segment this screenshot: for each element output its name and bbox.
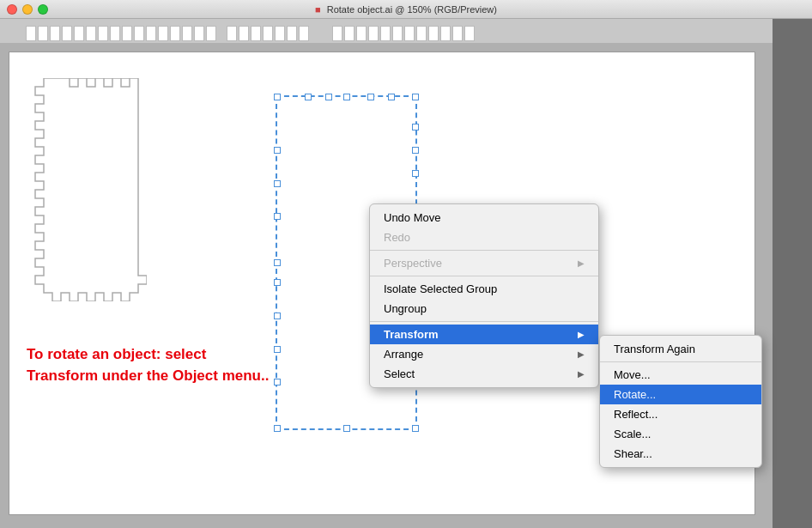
close-button[interactable] [7, 4, 17, 15]
menu-item-isolate[interactable]: Isolate Selected Group [370, 279, 598, 299]
menu-item-select[interactable]: Select ▶ [370, 364, 598, 384]
window-title: ■ Rotate object.ai @ 150% (RGB/Preview) [315, 4, 497, 15]
handle-bottom-right[interactable] [412, 425, 419, 432]
handle-bottom-left[interactable] [274, 425, 281, 432]
context-menu[interactable]: Undo Move Redo Perspective ▶ Isolate Sel… [369, 203, 599, 388]
handle-mid-left[interactable] [274, 259, 281, 266]
menu-item-arrange[interactable]: Arrange ▶ [370, 344, 598, 364]
titlebar: ■ Rotate object.ai @ 150% (RGB/Preview) [0, 0, 812, 19]
path-handle-3 [274, 213, 281, 220]
menu-item-transform[interactable]: Transform ▶ [370, 325, 598, 344]
path-handle-2 [274, 180, 281, 187]
separator-2 [370, 276, 598, 276]
jagged-shape-container [27, 78, 147, 301]
handle-bottom-center[interactable] [343, 425, 350, 432]
path-handle-9 [412, 147, 419, 154]
select-arrow: ▶ [578, 369, 585, 379]
menu-item-perspective[interactable]: Perspective ▶ [370, 253, 598, 273]
submenu-item-move[interactable]: Move... [600, 365, 761, 385]
window-buttons [7, 4, 48, 15]
handle-top-right[interactable] [412, 94, 419, 100]
menu-item-redo[interactable]: Redo [370, 228, 598, 247]
top-ruler [0, 19, 773, 43]
submenu-item-transform-again[interactable]: Transform Again [600, 339, 761, 359]
submenu-item-scale[interactable]: Scale... [600, 424, 761, 444]
separator-1 [370, 250, 598, 251]
path-handle-13 [367, 94, 374, 100]
submenu-item-shear[interactable]: Shear... [600, 444, 761, 464]
path-handle-14 [388, 94, 395, 100]
submenu-item-reflect[interactable]: Reflect... [600, 404, 761, 424]
path-handle-1 [274, 147, 281, 154]
menu-item-undo-move[interactable]: Undo Move [370, 208, 598, 228]
path-handle-4 [274, 279, 281, 286]
path-handle-6 [274, 346, 281, 353]
jagged-shape-svg [27, 78, 147, 301]
handle-top-center[interactable] [343, 94, 350, 100]
maximize-button[interactable] [38, 4, 48, 15]
path-handle-11 [305, 94, 312, 100]
submenu-separator-1 [600, 361, 761, 362]
path-handle-12 [325, 94, 332, 100]
minimize-button[interactable] [22, 4, 33, 15]
path-handle-10 [412, 170, 419, 177]
transform-arrow: ▶ [578, 330, 585, 339]
path-handle-5 [274, 313, 281, 319]
transform-submenu[interactable]: Transform Again Move... Rotate... Reflec… [599, 335, 762, 468]
path-handle-8 [412, 124, 419, 130]
path-handle-7 [274, 379, 281, 385]
right-sidebar [773, 19, 812, 528]
handle-top-left[interactable] [274, 94, 281, 100]
instruction-text: To rotate an object: select Transform un… [27, 344, 276, 386]
arrange-arrow: ▶ [578, 349, 585, 359]
menu-item-ungroup[interactable]: Ungroup [370, 299, 598, 319]
separator-3 [370, 321, 598, 322]
perspective-arrow: ▶ [578, 258, 585, 268]
submenu-item-rotate[interactable]: Rotate... [600, 385, 761, 404]
